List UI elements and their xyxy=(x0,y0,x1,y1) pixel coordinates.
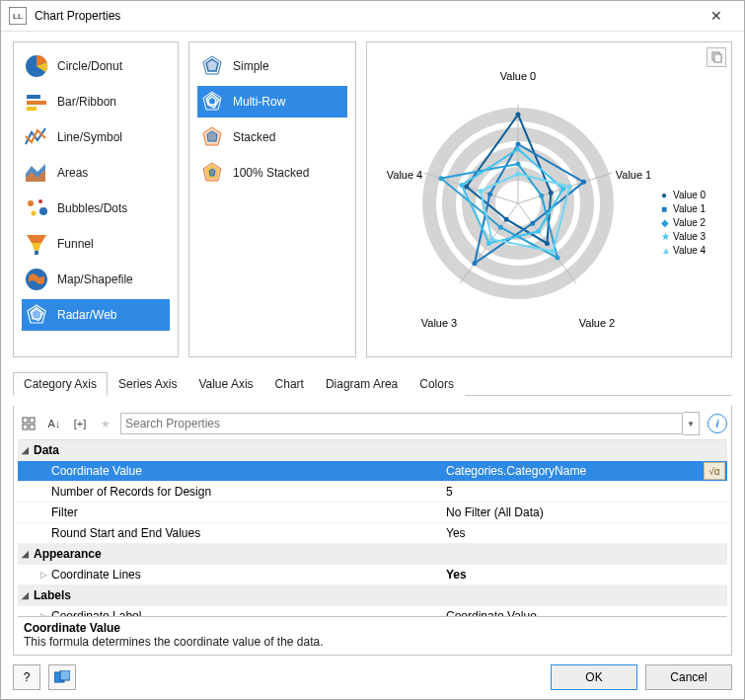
close-button[interactable]: ✕ xyxy=(697,4,736,28)
tab-chart[interactable]: Chart xyxy=(264,372,315,396)
subtype-multirow[interactable]: Multi-Row xyxy=(197,86,347,117)
svg-point-46 xyxy=(545,241,550,246)
top-panels: Circle/Donut Bar/Ribbon Line/Symbol xyxy=(13,41,732,357)
layout-button[interactable] xyxy=(48,664,76,690)
expand-icon[interactable]: ▷ xyxy=(18,570,51,580)
radar-preview-svg: Value 0Value 1Value 2Value 3Value 4●Valu… xyxy=(375,50,720,347)
cancel-button[interactable]: Cancel xyxy=(645,664,732,690)
chart-type-bar[interactable]: Bar/Ribbon xyxy=(22,86,170,117)
search-input[interactable] xyxy=(120,413,683,434)
svg-point-51 xyxy=(581,180,586,185)
radar-chart-icon xyxy=(24,302,49,328)
svg-point-44 xyxy=(516,113,521,117)
svg-point-6 xyxy=(28,200,34,206)
subtype-list: Simple Multi-Row Stacked xyxy=(188,41,356,357)
prop-round[interactable]: Round Start and End Values Yes xyxy=(18,523,727,544)
bubble-chart-icon xyxy=(24,195,49,221)
chart-properties-dialog: LL Chart Properties ✕ Circle/Donut Bar/R… xyxy=(0,0,745,700)
property-tabs: Category Axis Series Axis Value Axis Cha… xyxy=(13,371,732,396)
sort-button[interactable]: A↓ xyxy=(43,413,65,434)
formula-edit-button[interactable]: √α xyxy=(704,462,725,480)
svg-point-47 xyxy=(504,217,509,222)
help-button[interactable]: ? xyxy=(13,664,40,690)
tab-series-axis[interactable]: Series Axis xyxy=(108,372,187,396)
property-grid[interactable]: ◢ Data Coordinate Value Categories.Categ… xyxy=(18,439,727,616)
categorized-button[interactable] xyxy=(18,413,39,434)
favorite-button[interactable]: ★ xyxy=(95,413,116,434)
category-data[interactable]: ◢ Data xyxy=(18,440,727,461)
svg-rect-12 xyxy=(35,251,38,255)
tab-value-axis[interactable]: Value Axis xyxy=(187,372,263,396)
svg-rect-86 xyxy=(30,425,35,429)
chart-type-funnel[interactable]: Funnel xyxy=(22,228,170,260)
ok-button[interactable]: OK xyxy=(551,664,637,690)
subtype-label: Stacked xyxy=(233,130,275,144)
svg-point-65 xyxy=(486,241,491,246)
chart-type-areas[interactable]: Areas xyxy=(22,157,170,189)
svg-rect-84 xyxy=(30,418,35,423)
svg-text:Value 1: Value 1 xyxy=(616,169,652,181)
chart-type-line[interactable]: Line/Symbol xyxy=(22,121,170,153)
window-title: Chart Properties xyxy=(35,9,697,23)
tab-diagram-area[interactable]: Diagram Area xyxy=(315,372,409,396)
description-title: Coordinate Value xyxy=(24,621,721,635)
chart-type-label: Funnel xyxy=(57,237,94,251)
svg-point-56 xyxy=(516,162,521,167)
prop-num-records[interactable]: Number of Records for Design 5 xyxy=(18,482,727,503)
svg-rect-85 xyxy=(23,425,28,429)
prop-coordinate-label[interactable]: ▷ Coordinate Label Coordinate Value xyxy=(18,606,727,616)
prop-name: Coordinate Lines xyxy=(51,568,446,582)
info-button[interactable]: i xyxy=(708,414,727,433)
prop-coordinate-value[interactable]: Coordinate Value Categories.CategoryName… xyxy=(18,461,727,482)
prop-value: No Filter (All Data) xyxy=(446,506,727,519)
svg-point-68 xyxy=(516,172,521,177)
svg-point-69 xyxy=(567,185,572,190)
category-label: Labels xyxy=(34,588,71,602)
prop-value: Coordinate Value xyxy=(446,609,727,616)
svg-text:Value 3: Value 3 xyxy=(673,231,707,242)
collapse-icon: ◢ xyxy=(22,445,34,455)
prop-name: Round Start and End Values xyxy=(51,526,446,540)
prop-name: Coordinate Value xyxy=(51,464,446,478)
category-appearance[interactable]: ◢ Appearance xyxy=(18,544,727,565)
expand-button[interactable]: [+] xyxy=(69,413,91,434)
prop-coordinate-lines[interactable]: ▷ Coordinate Lines Yes xyxy=(18,565,727,585)
prop-filter[interactable]: Filter No Filter (All Data) xyxy=(18,503,727,523)
svg-point-60 xyxy=(439,176,444,181)
chart-type-label: Line/Symbol xyxy=(57,130,122,144)
title-bar: LL Chart Properties ✕ xyxy=(1,1,744,32)
tab-colors[interactable]: Colors xyxy=(409,372,465,396)
chart-type-map[interactable]: Map/Shapefile xyxy=(22,264,170,295)
svg-text:Value 4: Value 4 xyxy=(673,245,707,256)
category-labels[interactable]: ◢ Labels xyxy=(18,585,727,606)
description-box: Coordinate Value This formula determines… xyxy=(18,616,727,655)
prop-value: Yes xyxy=(446,526,727,540)
dialog-footer: ? OK Cancel xyxy=(1,656,744,699)
search-row: ▼ xyxy=(120,412,700,435)
svg-rect-2 xyxy=(27,101,46,105)
svg-text:Value 0: Value 0 xyxy=(500,70,537,82)
radar-stacked-icon xyxy=(199,124,225,150)
svg-point-71 xyxy=(489,237,494,242)
chart-type-bubbles[interactable]: Bubbles/Dots xyxy=(22,193,170,224)
svg-text:■: ■ xyxy=(661,203,667,214)
subtype-label: Multi-Row xyxy=(233,95,285,109)
subtype-simple[interactable]: Simple xyxy=(197,50,347,82)
search-dropdown[interactable]: ▼ xyxy=(683,412,700,435)
radar-simple-icon xyxy=(199,53,225,79)
property-panel: A↓ [+] ★ ▼ i ◢ Data Coordinate Value Cat… xyxy=(13,406,732,656)
copy-preview-button[interactable] xyxy=(707,47,726,67)
svg-marker-18 xyxy=(206,59,218,71)
subtype-stacked[interactable]: Stacked xyxy=(197,121,347,153)
chart-type-label: Map/Shapefile xyxy=(57,272,133,286)
svg-text:◆: ◆ xyxy=(661,217,669,228)
chart-type-circle[interactable]: Circle/Donut xyxy=(22,50,170,82)
subtype-label: 100% Stacked xyxy=(233,166,309,180)
subtype-100stacked[interactable]: 100% Stacked xyxy=(197,157,347,189)
chart-type-radar[interactable]: Radar/Web xyxy=(22,299,170,331)
chart-type-label: Bar/Ribbon xyxy=(57,95,116,109)
collapse-icon: ◢ xyxy=(22,549,34,559)
tab-category-axis[interactable]: Category Axis xyxy=(13,372,108,396)
svg-point-54 xyxy=(487,192,492,196)
funnel-chart-icon xyxy=(24,231,49,257)
